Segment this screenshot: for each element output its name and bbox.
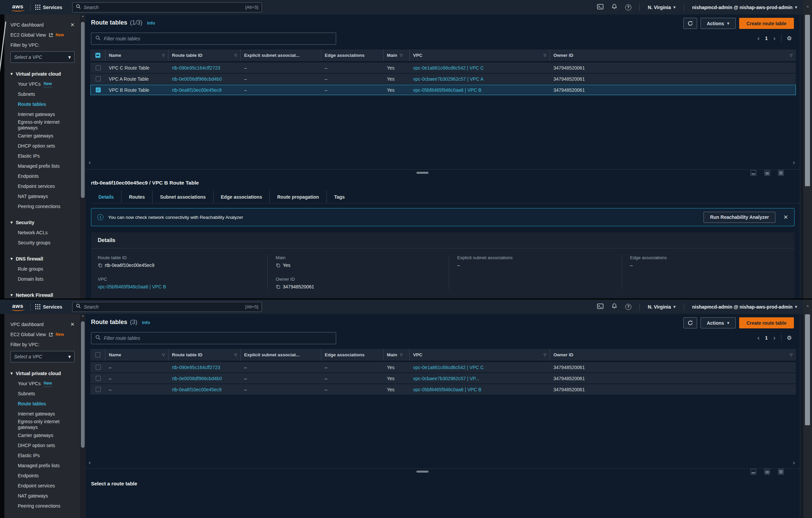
vpc-select-dropdown[interactable]: Select a VPC ▼ (10, 351, 75, 362)
col-owner-id[interactable]: Owner ID (553, 53, 573, 58)
select-all-checkbox[interactable] (95, 352, 100, 357)
scroll-up-icon[interactable]: ^ (80, 315, 86, 319)
cell-vpc-link[interactable]: vpc-05bf8465f948c0aa6 | VPC B (410, 87, 550, 93)
refresh-button[interactable] (684, 317, 697, 328)
sidebar-nav-entry[interactable]: ▼ Your VPCs New (10, 79, 75, 89)
global-search-input[interactable]: Search [Alt+S] (72, 2, 262, 12)
row-checkbox[interactable]: ✓ (96, 365, 101, 370)
sidebar-nav-entry[interactable]: ▼ Endpoint services (10, 181, 75, 191)
col-explicit-subnet[interactable]: Explicit subnet associat... (244, 53, 299, 58)
vpc-select-dropdown[interactable]: Select a VPC ▼ (10, 51, 75, 63)
cell-vpc-link[interactable]: vpc-0e1a861c68cd6c542 | VPC C (410, 365, 550, 370)
table-row[interactable]: ✓ VPC B Route Table rtb-0ea6f10ec00e45ec… (90, 85, 796, 95)
sidebar-nav-entry[interactable]: ▼ Managed prefix lists (10, 161, 75, 171)
hscroll-left-icon[interactable]: ‹ (88, 158, 91, 166)
pane-splitter[interactable] (86, 169, 800, 175)
cell-vpc-link[interactable]: vpc-0cbaee7b302962c57 | VP... (410, 376, 550, 381)
sidebar-nav-entry[interactable]: ▼ Carrier gateways (10, 131, 75, 141)
panel-layout-bottom-icon[interactable] (751, 170, 756, 176)
global-search-input[interactable]: Search [Alt+S] (72, 302, 262, 312)
splitter-drag-handle[interactable] (416, 471, 429, 473)
actions-button[interactable]: Actions ▼ (700, 18, 736, 29)
cloudshell-icon[interactable] (597, 303, 604, 310)
splitter-drag-handle[interactable] (416, 172, 429, 174)
col-vpc[interactable]: VPC (413, 352, 423, 357)
sidebar-nav-entry[interactable]: ▼ Subnets (10, 89, 75, 99)
preferences-gear-icon[interactable]: ⚙ (787, 334, 792, 341)
sidebar-item-vpc-dashboard[interactable]: VPC dashboard ✕ (10, 319, 75, 329)
sidebar-nav-entry[interactable]: ▼ Rule groups (10, 264, 75, 274)
hscroll-right-icon[interactable]: › (792, 158, 795, 166)
create-route-table-button[interactable]: Create route table (739, 18, 794, 29)
panel-layout-bottom-icon[interactable] (751, 469, 756, 475)
sidebar-nav-entry[interactable]: ▼ Route tables (10, 99, 75, 109)
copy-icon[interactable] (276, 284, 281, 289)
detail-tab[interactable]: Route propagation (270, 191, 326, 203)
cell-route-table-id-link[interactable]: rtb-090e95c164cff2723 (169, 365, 241, 370)
aws-logo[interactable]: aws (10, 3, 26, 11)
next-page-icon[interactable]: › (773, 335, 776, 341)
prev-page-icon[interactable]: ‹ (757, 35, 760, 42)
col-route-table-id[interactable]: Route table ID (172, 53, 203, 58)
col-edge-associations[interactable]: Edge associations (325, 53, 365, 58)
filter-icon[interactable]: ▽ (400, 353, 403, 357)
sidebar-nav-entry[interactable]: ▼ DNS firewall (10, 254, 75, 264)
col-route-table-id[interactable]: Route table ID (172, 352, 203, 357)
help-icon[interactable]: ? (625, 304, 631, 310)
account-menu[interactable]: nishapmcd-admin @ nishap-aws-prod-admin … (692, 5, 797, 10)
sidebar-scrollbar[interactable]: ^ (80, 15, 86, 299)
row-checkbox[interactable]: ✓ (96, 376, 101, 381)
region-selector[interactable]: N. Virginia ▼ (648, 304, 676, 309)
services-menu[interactable]: Services (35, 304, 62, 309)
current-page[interactable]: 1 (765, 335, 768, 340)
table-row[interactable]: ✓ – rtb-0e0056df966cbd4b0 – – Yes vpc-0c… (90, 373, 796, 384)
hscroll-left-icon[interactable]: ‹ (88, 459, 91, 467)
actions-button[interactable]: Actions ▼ (700, 317, 736, 328)
scroll-up-icon[interactable]: ^ (803, 304, 812, 309)
info-link[interactable]: Info (147, 21, 155, 26)
cell-route-table-id-link[interactable]: rtb-090e95c164cff2723 (169, 65, 241, 71)
banner-close-icon[interactable]: ✕ (783, 214, 788, 220)
sidebar-item-ec2-global-view[interactable]: EC2 Global View New (10, 30, 75, 40)
sidebar-nav-entry[interactable]: ▼ Domain lists (10, 274, 75, 284)
sidebar-nav-entry[interactable]: ▼ Route tables (10, 399, 75, 409)
sidebar-nav-entry[interactable]: ▼ Your VPCs New (10, 379, 75, 388)
sidebar-nav-entry[interactable]: ▼ Subnets (10, 388, 75, 399)
filter-icon[interactable]: ▽ (234, 353, 237, 357)
sidebar-nav-entry[interactable]: ▼ Carrier gateways (10, 430, 75, 440)
run-reachability-analyzer-button[interactable]: Run Reachability Analyzer (703, 212, 775, 223)
col-name[interactable]: Name (109, 352, 121, 357)
sidebar-nav-entry[interactable]: ▼ Endpoints (10, 471, 75, 481)
table-row[interactable]: ✓ VPC A Route Table rtb-0e0056df966cbd4b… (90, 74, 796, 84)
sidebar-nav-entry[interactable]: ▼ NAT gateways (10, 191, 75, 201)
pane-splitter[interactable] (86, 468, 800, 474)
page-scrollbar[interactable]: ^ (803, 300, 812, 518)
cloudshell-icon[interactable] (597, 4, 604, 11)
sidebar-item-vpc-dashboard[interactable]: VPC dashboard ✕ (10, 20, 75, 30)
cell-route-table-id-link[interactable]: rtb-0e0056df966cbd4b0 (169, 376, 241, 381)
detail-tab[interactable]: Subnet associations (152, 191, 213, 203)
sidebar-nav-entry[interactable]: ▼ Elastic IPs (10, 451, 75, 461)
panel-layout-half-icon[interactable] (764, 170, 770, 176)
sidebar-nav-entry[interactable]: ▼ Peering connections (10, 201, 75, 212)
sidebar-item-ec2-global-view[interactable]: EC2 Global View New (10, 329, 75, 339)
scrollbar-thumb[interactable] (805, 15, 810, 186)
filter-icon[interactable]: ▽ (234, 53, 237, 57)
sidebar-nav-entry[interactable]: ▼ Virtual private cloud (10, 369, 75, 379)
detail-tab[interactable]: Routes (122, 191, 152, 203)
filter-icon[interactable]: ▽ (544, 53, 546, 57)
cell-vpc-link[interactable]: vpc-0e1a861c68cd6c542 | VPC C (410, 65, 550, 71)
sidebar-nav-entry[interactable]: ▼ DHCP option sets (10, 141, 75, 151)
next-page-icon[interactable]: › (773, 35, 776, 42)
col-main[interactable]: Main (387, 53, 397, 58)
preferences-gear-icon[interactable]: ⚙ (787, 35, 792, 42)
page-scrollbar[interactable]: ^ (803, 0, 812, 299)
scroll-up-icon[interactable]: ^ (80, 15, 86, 19)
table-row[interactable]: ✓ VPC C Route Table rtb-090e95c164cff272… (90, 62, 796, 73)
notifications-bell-icon[interactable] (611, 4, 617, 11)
table-row[interactable]: ✓ – rtb-090e95c164cff2723 – – Yes vpc-0e… (90, 362, 796, 373)
filter-icon[interactable]: ▽ (544, 353, 546, 357)
col-owner-id[interactable]: Owner ID (553, 352, 573, 357)
col-vpc[interactable]: VPC (413, 53, 423, 58)
help-icon[interactable]: ? (625, 4, 631, 10)
